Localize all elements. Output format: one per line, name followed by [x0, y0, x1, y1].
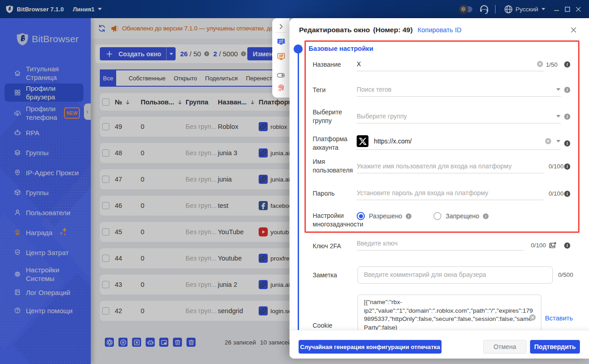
name-value: X	[357, 60, 536, 68]
field-label-username: Имя пользователя	[313, 157, 358, 175]
collapse-panel-shortcut[interactable]	[272, 23, 290, 30]
multitask-radio-group: Разрешено Запрещено	[357, 212, 489, 220]
cookie-value: [{"name":"rbx-ip2","value":"1","domain":…	[364, 298, 534, 332]
generate-fingerprint-button[interactable]: Случайная генерация конфигурации отпечат…	[299, 340, 442, 354]
input-suffix	[536, 60, 544, 68]
info-icon[interactable]	[564, 190, 571, 197]
modal-side-strip	[272, 18, 290, 98]
tags-placeholder: Поиск тегов	[357, 86, 552, 93]
paste-cookie-link[interactable]: Вставить	[545, 315, 573, 322]
info-icon[interactable]	[564, 86, 571, 93]
confirm-button[interactable]: Подтвердить	[530, 340, 580, 354]
info-icon[interactable]	[564, 163, 571, 170]
collapse-panel-icon	[277, 23, 285, 30]
modal-title: Редактировать окно(Номер: 49)	[299, 26, 412, 34]
username-placeholder: Укажите имя пользователя для входа на пл…	[357, 162, 544, 170]
radio-forbidden-label: Запрещено	[446, 212, 479, 220]
password-counter: 0/100	[549, 190, 564, 197]
info-icon[interactable]	[564, 140, 571, 147]
chevron-down-icon[interactable]	[556, 88, 561, 91]
username-counter: 0/100	[549, 163, 564, 170]
twofa-counter: 0/100	[531, 242, 546, 249]
field-label-note: Заметка	[313, 271, 358, 280]
screen-sync-shortcut[interactable]	[272, 37, 290, 46]
info-icon[interactable]	[564, 61, 571, 68]
clear-icon[interactable]	[545, 138, 552, 145]
name-input[interactable]: X	[357, 57, 544, 71]
field-label-multitask: Настройки многозадачности	[313, 212, 358, 229]
toggle-shortcut[interactable]	[272, 71, 290, 80]
modal-title-text: Редактировать окно	[299, 26, 370, 34]
modal-footer: Случайная генерация конфигурации отпечат…	[290, 330, 589, 359]
bitbrowser-window: BitBrowser 7.1.0 Линия1 Русский BitBrows…	[0, 0, 589, 364]
radio-allowed-label: Разрешено	[369, 212, 402, 220]
twofa-input[interactable]: Введите ключ	[357, 236, 524, 251]
strip-divider	[275, 32, 287, 33]
chevron-down-icon[interactable]	[556, 139, 561, 143]
radio-forbidden[interactable]	[433, 212, 442, 220]
password-input[interactable]: Установите пароль для входа на платформу	[357, 186, 544, 200]
note-counter: 0/500	[558, 271, 573, 278]
info-icon[interactable]	[564, 113, 571, 120]
field-label-twofa: Ключ 2FA	[313, 242, 358, 251]
section-dot	[294, 44, 303, 54]
note-placeholder: Введите комментарий для окна браузера	[364, 271, 486, 278]
info-icon[interactable]	[405, 213, 412, 220]
modal-subtitle: (Номер: 49)	[373, 26, 412, 34]
field-label-tags: Теги	[313, 86, 358, 94]
twofa-placeholder: Введите ключ	[357, 240, 524, 247]
field-label-platform: Платформа аккаунта	[313, 135, 358, 152]
screen-sync-icon	[277, 37, 285, 46]
fingerprint-shortcut[interactable]	[272, 84, 290, 92]
input-suffix	[552, 88, 561, 91]
field-label-name: Название	[313, 60, 358, 69]
password-placeholder: Установите пароль для входа на платформу	[357, 189, 544, 197]
section-line	[298, 53, 299, 330]
field-label-password: Пароль	[313, 189, 358, 198]
copy-id-link[interactable]: Копировать ID	[417, 26, 461, 34]
clear-icon[interactable]	[536, 60, 544, 68]
modal-header: Редактировать окно(Номер: 49) Копировать…	[299, 26, 461, 34]
info-icon[interactable]	[482, 213, 489, 220]
toggle-icon	[276, 71, 285, 80]
input-suffix	[552, 114, 561, 118]
name-counter: 1/50	[546, 61, 558, 68]
section-title: Базовые настройки	[309, 45, 373, 52]
ip-address-shortcut[interactable]	[272, 52, 290, 61]
group-select[interactable]: Выберите группу	[357, 109, 561, 123]
platform-input[interactable]: https://x.com/	[357, 133, 561, 150]
modal-close-button[interactable]	[569, 26, 578, 34]
group-placeholder: Выберите группу	[357, 113, 552, 120]
cancel-button[interactable]: Отмена	[483, 340, 526, 354]
ip-address-icon	[277, 52, 285, 61]
platform-value: https://x.com/	[374, 138, 545, 145]
info-icon[interactable]	[564, 242, 571, 249]
image-upload-icon[interactable]	[549, 241, 557, 250]
x-platform-logo	[357, 135, 368, 147]
radio-allowed[interactable]	[357, 212, 365, 220]
fingerprint-icon	[277, 84, 285, 92]
tags-select[interactable]: Поиск тегов	[357, 83, 561, 97]
note-textarea[interactable]: Введите комментарий для окна браузера	[358, 266, 553, 284]
x-logo-icon	[359, 138, 367, 145]
field-label-group: Выберите группу	[313, 108, 358, 125]
edit-window-modal: Редактировать окно(Номер: 49) Копировать…	[290, 18, 589, 359]
cookie-clear-icon[interactable]	[529, 314, 536, 321]
input-suffix	[545, 138, 561, 145]
chevron-down-icon[interactable]	[556, 114, 561, 118]
username-input[interactable]: Укажите имя пользователя для входа на пл…	[357, 159, 544, 173]
field-label-cookie: Cookie	[313, 321, 358, 330]
